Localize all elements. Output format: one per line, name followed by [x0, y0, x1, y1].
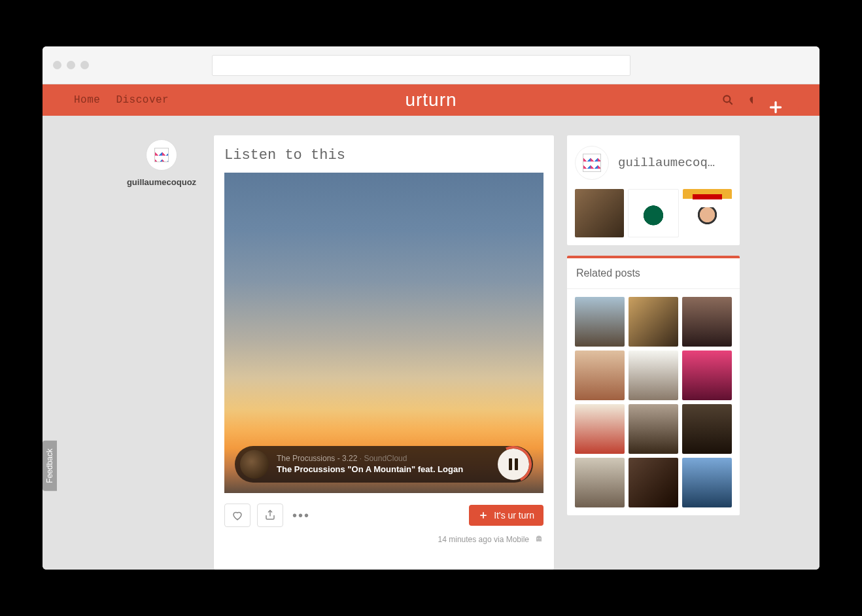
related-post-thumb[interactable]: [629, 458, 678, 507]
post-actions: ••• It's ur turn: [224, 504, 543, 527]
post-title: Listen to this: [214, 135, 554, 173]
related-post-thumb[interactable]: [575, 297, 625, 347]
audio-player: The Procussions - 3.22 · SoundCloud The …: [235, 446, 533, 483]
address-bar[interactable]: [212, 55, 630, 76]
nav-links: Home Discover: [74, 94, 169, 106]
browser-chrome: [43, 46, 819, 84]
more-options-button[interactable]: •••: [290, 508, 313, 523]
search-icon[interactable]: [720, 92, 736, 108]
post-footer: 14 minutes ago via Mobile: [214, 532, 554, 547]
related-posts-card: Related posts: [567, 256, 740, 515]
related-post-thumb[interactable]: [682, 404, 732, 454]
post-media[interactable]: The Procussions - 3.22 · SoundCloud The …: [224, 173, 543, 493]
related-posts-grid: [567, 289, 740, 515]
plus-icon: [478, 510, 489, 521]
traffic-lights: [53, 61, 89, 69]
author-name[interactable]: guillaumecoquoz: [122, 177, 201, 187]
content-area: Feedback guillaumecoquoz Listen to this …: [43, 116, 819, 570]
its-ur-turn-button[interactable]: It's ur turn: [469, 505, 543, 526]
profile-avatar[interactable]: [575, 146, 609, 180]
svg-line-1: [730, 102, 733, 105]
track-source: · SoundCloud: [357, 454, 407, 463]
svg-point-0: [723, 95, 730, 102]
related-post-thumb[interactable]: [629, 404, 678, 454]
related-post-thumb[interactable]: [682, 297, 732, 347]
profile-thumb[interactable]: [575, 189, 624, 237]
app-header: Home Discover urturn: [43, 84, 819, 116]
related-post-thumb[interactable]: [682, 351, 732, 400]
nav-home[interactable]: Home: [74, 94, 100, 106]
related-post-thumb[interactable]: [575, 351, 625, 400]
like-button[interactable]: [224, 504, 250, 527]
maximize-window-button[interactable]: [80, 61, 89, 69]
sidebar: guillaumecoq… Related posts: [567, 135, 740, 570]
profile-thumb[interactable]: [628, 189, 678, 237]
close-window-button[interactable]: [53, 61, 61, 69]
author-column: guillaumecoquoz: [122, 135, 201, 570]
pause-icon: [509, 458, 518, 470]
related-post-thumb[interactable]: [682, 458, 732, 507]
minimize-window-button[interactable]: [67, 61, 75, 69]
related-post-thumb[interactable]: [629, 297, 678, 347]
browser-window: Home Discover urturn Feedback guillaumec…: [43, 46, 819, 570]
track-info: The Procussions - 3.22 · SoundCloud The …: [277, 453, 490, 476]
share-button[interactable]: [257, 504, 283, 527]
avatar-icon: [154, 148, 169, 162]
profile-thumb[interactable]: [683, 189, 732, 237]
avatar-icon: [583, 154, 601, 172]
nav-discover[interactable]: Discover: [116, 94, 169, 106]
author-avatar[interactable]: [146, 139, 177, 171]
related-post-thumb[interactable]: [575, 404, 625, 454]
cta-label: It's ur turn: [494, 510, 534, 521]
track-title: The Procussions "On A Mountain" feat. Lo…: [277, 464, 490, 475]
ghost-icon: [534, 535, 543, 544]
track-meta: The Procussions - 3.22: [277, 454, 357, 463]
related-post-thumb[interactable]: [629, 351, 678, 400]
post-timestamp: 14 minutes ago via Mobile: [438, 535, 529, 544]
post-card: Listen to this The Procussions - 3.22 · …: [214, 135, 554, 570]
app-logo[interactable]: urturn: [405, 90, 457, 111]
pause-button[interactable]: [498, 449, 529, 480]
track-artwork: [240, 450, 269, 479]
svg-point-7: [537, 538, 538, 539]
profile-name[interactable]: guillaumecoq…: [618, 156, 715, 170]
feedback-tab[interactable]: Feedback: [43, 441, 57, 491]
related-post-thumb[interactable]: [575, 458, 625, 507]
svg-point-8: [540, 538, 541, 539]
profile-recent-posts: [575, 189, 732, 237]
profile-card: guillaumecoq…: [567, 135, 740, 245]
related-posts-title: Related posts: [567, 258, 740, 289]
